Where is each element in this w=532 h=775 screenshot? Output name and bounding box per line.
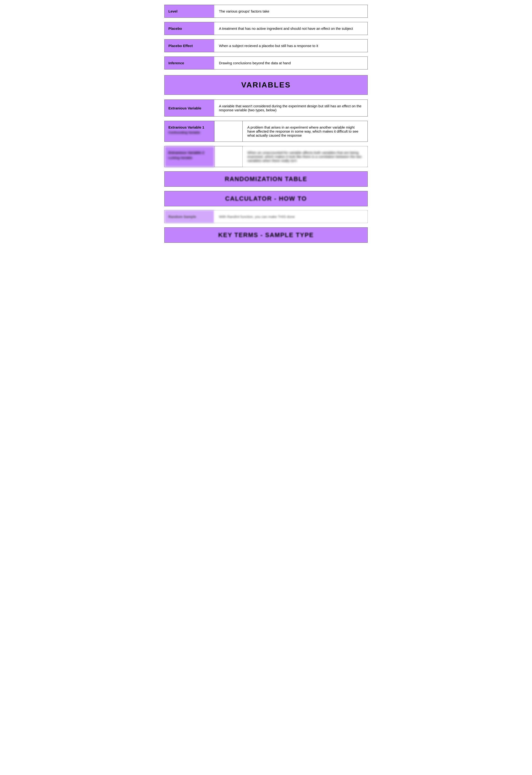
level-label: Level [164, 5, 214, 17]
random-sample-row: Random Sample With RandInt function, you… [164, 210, 368, 223]
extranious-variable-2-label: Extranious Variable 2 Lurking Variable [164, 146, 214, 167]
random-sample-definition: With RandInt function, you can make THIS… [214, 210, 368, 223]
extranious-variable-2-definition: When an unaccounted-for variable affects… [242, 146, 368, 167]
randomization-table-header-text: RANDOMIZATION TABLE [225, 175, 308, 182]
randomization-table-section-header: RANDOMIZATION TABLE [164, 171, 368, 187]
key-terms-header-text: KEY TERMS - SAMPLE TYPE [218, 231, 314, 238]
placebo-effect-definition: When a subject recieved a placebo but st… [214, 39, 368, 52]
variables-section-header: VARIABLES [164, 75, 368, 95]
extranious-variable-1-middle [214, 121, 242, 142]
placebo-effect-label: Placebo Effect [164, 39, 214, 52]
random-sample-label: Random Sample [164, 210, 214, 223]
level-row: Level The various groups' factors take [164, 5, 368, 18]
calculator-header-text: CALCULATOR - HOW TO [225, 195, 307, 202]
extranious-variable-2-row: Extranious Variable 2 Lurking Variable W… [164, 146, 368, 167]
inference-definition: Drawing conclusions beyond the data at h… [214, 57, 368, 69]
extranious-variable-definition: A variable that wasn't considered during… [214, 100, 368, 116]
variables-header-text: VARIABLES [241, 81, 291, 89]
placebo-effect-row: Placebo Effect When a subject recieved a… [164, 39, 368, 52]
extranious-variable-row: Extranious Variable A variable that wasn… [164, 99, 368, 116]
extranious-variable-1-label: Extranious Variable 1 Confounding Variab… [164, 121, 214, 142]
key-terms-section-header: KEY TERMS - SAMPLE TYPE [164, 227, 368, 243]
calculator-section-header: CALCULATOR - HOW TO [164, 191, 368, 206]
placebo-definition: A treatment that has no active ingredien… [214, 22, 368, 35]
extranious-variable-2-sublabel: Lurking Variable [168, 156, 210, 159]
extranious-variable-1-row: Extranious Variable 1 Confounding Variab… [164, 121, 368, 142]
extranious-variable-2-middle [214, 146, 242, 167]
placebo-row: Placebo A treatment that has no active i… [164, 22, 368, 35]
extranious-variable-1-sublabel: Confounding Variable [168, 131, 210, 134]
inference-label: Inference [164, 57, 214, 69]
placebo-label: Placebo [164, 22, 214, 35]
level-definition: The various groups' factors take [214, 5, 368, 17]
inference-row: Inference Drawing conclusions beyond the… [164, 56, 368, 69]
extranious-variable-1-definition: A problem that arises in an experiment w… [242, 121, 368, 142]
extranious-variable-label: Extranious Variable [164, 100, 214, 116]
